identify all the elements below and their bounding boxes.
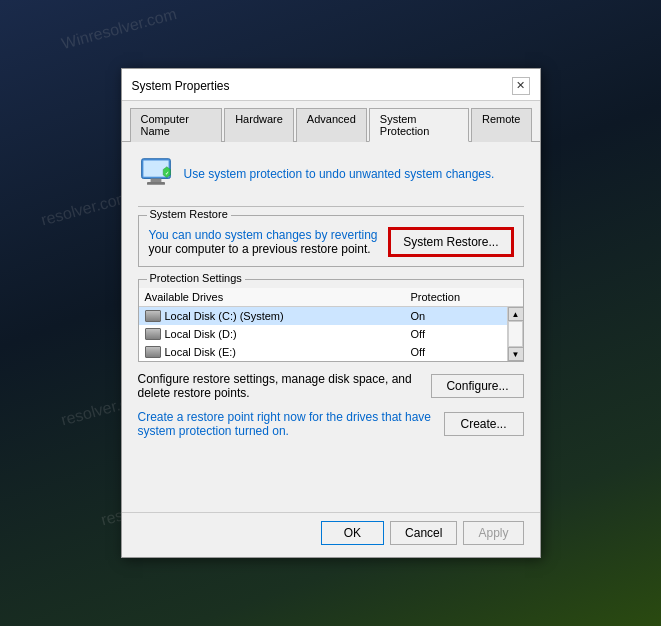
title-bar: System Properties ✕ xyxy=(122,69,540,101)
create-row: Create a restore point right now for the… xyxy=(138,410,524,438)
ok-button[interactable]: OK xyxy=(321,521,384,545)
drive-name: Local Disk (E:) xyxy=(165,346,237,358)
intro-text: Use system protection to undo unwanted s… xyxy=(184,167,495,181)
table-row[interactable]: Local Disk (D:) Off xyxy=(139,325,507,343)
scroll-up-button[interactable]: ▲ xyxy=(508,307,524,321)
scroll-track[interactable] xyxy=(508,321,523,347)
tab-advanced[interactable]: Advanced xyxy=(296,108,367,142)
col-drives-header: Available Drives xyxy=(145,291,411,303)
table-row[interactable]: Local Disk (E:) Off xyxy=(139,343,507,361)
tab-system-protection[interactable]: System Protection xyxy=(369,108,469,142)
dialog-title: System Properties xyxy=(132,79,230,93)
divider xyxy=(138,206,524,207)
apply-button[interactable]: Apply xyxy=(463,521,523,545)
drive-name: Local Disk (D:) xyxy=(165,328,237,340)
create-text: Create a restore point right now for the… xyxy=(138,410,434,438)
drives-table: Local Disk (C:) (System) On Local Disk (… xyxy=(139,307,523,361)
drive-name: Local Disk (C:) (System) xyxy=(165,310,284,322)
configure-row: Configure restore settings, manage disk … xyxy=(138,372,524,400)
system-properties-dialog: System Properties ✕ Computer Name Hardwa… xyxy=(121,68,541,558)
intro-section: ✓ Use system protection to undo unwanted… xyxy=(138,156,524,192)
system-restore-label: System Restore xyxy=(147,208,231,220)
close-button[interactable]: ✕ xyxy=(512,77,530,95)
configure-text: Configure restore settings, manage disk … xyxy=(138,372,422,400)
table-header: Available Drives Protection xyxy=(139,288,523,307)
col-protection-header: Protection xyxy=(411,291,501,303)
scrollbar[interactable]: ▲ ▼ xyxy=(507,307,523,361)
svg-rect-2 xyxy=(150,179,161,183)
dialog-footer: OK Cancel Apply xyxy=(122,512,540,557)
cancel-button[interactable]: Cancel xyxy=(390,521,457,545)
disk-icon xyxy=(145,310,161,322)
svg-rect-3 xyxy=(147,182,165,185)
system-restore-button[interactable]: System Restore... xyxy=(389,228,512,256)
protection-settings-group: Protection Settings Available Drives Pro… xyxy=(138,279,524,362)
scroll-down-button[interactable]: ▼ xyxy=(508,347,524,361)
tab-computer-name[interactable]: Computer Name xyxy=(130,108,223,142)
tab-bar: Computer Name Hardware Advanced System P… xyxy=(122,101,540,142)
tab-hardware[interactable]: Hardware xyxy=(224,108,294,142)
protection-settings-label: Protection Settings xyxy=(147,272,245,284)
computer-icon: ✓ xyxy=(138,156,174,192)
drives-list: Local Disk (C:) (System) On Local Disk (… xyxy=(139,307,507,361)
disk-icon xyxy=(145,328,161,340)
system-restore-group: System Restore You can undo system chang… xyxy=(138,215,524,267)
table-row[interactable]: Local Disk (C:) (System) On xyxy=(139,307,507,325)
protection-status: Off xyxy=(411,328,501,340)
protection-status: Off xyxy=(411,346,501,358)
drive-cell: Local Disk (D:) xyxy=(145,328,411,340)
configure-button[interactable]: Configure... xyxy=(431,374,523,398)
drive-cell: Local Disk (C:) (System) xyxy=(145,310,411,322)
svg-text:✓: ✓ xyxy=(164,171,168,176)
system-restore-description: You can undo system changes by reverting… xyxy=(149,228,380,256)
tab-remote[interactable]: Remote xyxy=(471,108,532,142)
drive-cell: Local Disk (E:) xyxy=(145,346,411,358)
dialog-content: ✓ Use system protection to undo unwanted… xyxy=(122,142,540,512)
create-button[interactable]: Create... xyxy=(444,412,524,436)
system-restore-content: You can undo system changes by reverting… xyxy=(149,228,513,256)
disk-icon xyxy=(145,346,161,358)
protection-status: On xyxy=(411,310,501,322)
